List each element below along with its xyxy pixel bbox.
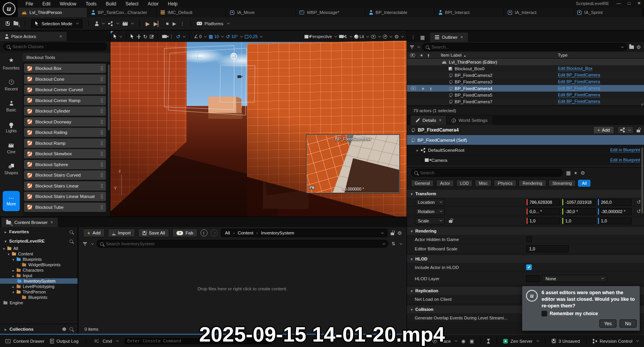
search-icon[interactable] (69, 230, 73, 234)
sort-icon[interactable] (391, 241, 395, 246)
tab-ia-sprint[interactable]: IA_Sprint (573, 8, 643, 17)
pin-icon[interactable] (430, 87, 431, 90)
lock-icon[interactable] (391, 232, 394, 235)
output-log-button[interactable]: Output Log (50, 339, 79, 344)
camera-speed-dropdown[interactable]: 1 (339, 34, 352, 39)
actor-hidden-checkbox[interactable] (526, 236, 532, 242)
show-flags-dropdown[interactable] (383, 35, 392, 39)
content-browser-icon[interactable] (14, 21, 19, 26)
outliner-search-input[interactable] (422, 43, 627, 51)
blueprints-dropdown[interactable] (108, 23, 119, 24)
no-button[interactable]: No (620, 319, 637, 328)
scale-snap-dropdown[interactable]: 0,25 (245, 34, 262, 39)
favorites-filter-icon[interactable] (574, 170, 577, 175)
revision-control-dropdown[interactable]: Revision Control (593, 339, 639, 344)
chip-rendering[interactable]: Rendering (519, 180, 546, 187)
close-icon[interactable]: ✕ (637, 1, 641, 6)
category-recent[interactable]: Recent (5, 78, 17, 99)
tab-bp-interactable[interactable]: BP_Interactable (365, 8, 435, 17)
list-item-blockout-corner-curved[interactable]: Blockout Corner Curved (24, 85, 106, 94)
place-actors-tab[interactable]: Place Actors (0, 32, 67, 41)
transform-section-header[interactable]: Transform (407, 190, 644, 198)
hlod-layer-dropdown[interactable]: None (542, 275, 607, 282)
drag-handle[interactable] (101, 87, 103, 92)
tab-bp-tank-character[interactable]: BP_TankCon...Character (87, 8, 157, 17)
scale-dropdown[interactable]: Scale (415, 217, 445, 224)
eject-button[interactable]: ▶ (173, 21, 176, 26)
outliner-settings-icon[interactable] (636, 45, 641, 50)
outliner-row[interactable]: BP_FixedCamera8 Edit BP_FixedCamera (407, 105, 644, 106)
play-button[interactable]: ▶ (145, 21, 150, 26)
trace-dropdown[interactable]: Trace (433, 339, 457, 344)
lit-dropdown[interactable]: Lit (354, 34, 369, 39)
console-command-input[interactable] (124, 337, 272, 345)
chevron-right-icon[interactable] (5, 327, 7, 331)
world-settings-tab[interactable]: World Settings (447, 116, 492, 125)
scale-z-field[interactable]: 1,0 (597, 217, 632, 224)
location-y-field[interactable]: -1057,031918 (562, 199, 596, 206)
close-icon[interactable] (50, 220, 53, 225)
viewport-settings-dropdown[interactable] (394, 34, 403, 39)
rotation-z-field[interactable]: -30,000002 ° (597, 208, 632, 215)
import-button[interactable]: Import (108, 229, 135, 237)
back-button[interactable] (201, 229, 208, 236)
fab-button[interactable]: fFab (172, 229, 197, 237)
tree-item-content[interactable]: Content (0, 251, 78, 257)
outliner-row[interactable]: BP_FixedCamera3 Edit BP_FixedCamera (407, 78, 644, 85)
category-basic[interactable]: Basic (6, 99, 16, 120)
hlod-layer-field[interactable] (526, 275, 540, 282)
outliner-row-selected[interactable]: BP_FixedCamera4 Edit BP_FixedCamera (407, 85, 644, 92)
tree-item-widgetblueprints[interactable]: WidgetBlueprints (0, 262, 78, 267)
rotation-x-field[interactable]: 0,0... ° (526, 208, 560, 215)
chevron-right-icon[interactable] (5, 229, 7, 234)
chip-misc[interactable]: Misc (475, 180, 492, 187)
chip-actor[interactable]: Actor (436, 180, 454, 187)
collections-section[interactable]: Collections (0, 324, 78, 334)
outliner-row[interactable]: Blockout_Box0 Edit Blockout_Box (407, 65, 644, 72)
scrollbar[interactable] (108, 64, 110, 130)
tree-item-thirdperson[interactable]: ThirdPerson (0, 289, 78, 295)
chip-physics[interactable]: Physics (494, 180, 516, 187)
menu-actor[interactable]: Actor (143, 1, 163, 7)
hlod-section-header[interactable]: HLOD (407, 255, 644, 263)
category-favorites[interactable]: Favorites (3, 57, 19, 78)
chevron-down-icon[interactable] (621, 45, 624, 48)
rotation-dropdown[interactable]: Rotation (415, 208, 445, 215)
tree-item-blueprints2[interactable]: Blueprints (0, 295, 78, 300)
list-item-blockout-box[interactable]: Blockout Box (24, 64, 106, 73)
edit-type-link[interactable]: Edit BP_FixedCamera (558, 73, 600, 78)
zen-server-dropdown[interactable]: Zen Server (503, 339, 539, 344)
component-row-self[interactable]: BP_FixedCamera4 (Self) (407, 135, 644, 145)
save-all-button[interactable]: Save All (138, 229, 170, 237)
content-browser-tab[interactable]: Content Browser (2, 218, 58, 227)
drag-handle[interactable] (101, 141, 103, 146)
component-row-camera[interactable]: Camera Edit in Blueprint (407, 155, 644, 165)
tab-wbp-message[interactable]: WBP_Message* (296, 8, 365, 17)
chevron-down-icon[interactable] (416, 148, 418, 153)
play-frame-button[interactable]: ▶▏ (154, 21, 162, 26)
scrollbar[interactable] (641, 147, 643, 213)
list-item-blockout-tube[interactable]: Blockout Tube (24, 203, 106, 212)
edit-type-link[interactable]: Edit BP_FixedCamera (558, 79, 600, 84)
viewport-options-icon[interactable] (411, 35, 415, 40)
add-component-button[interactable]: +Add (593, 126, 614, 134)
platforms-dropdown[interactable]: Platforms (197, 21, 229, 26)
surface-snap-icon[interactable] (162, 35, 167, 38)
location-x-field[interactable]: 786,628308 (526, 199, 560, 206)
tree-item-all[interactable]: All (0, 246, 78, 251)
rotate-tool-icon[interactable] (143, 34, 147, 39)
remember-choice-checkbox[interactable] (542, 311, 547, 316)
tab-level[interactable]: Lvl_ThirdPerson (18, 8, 87, 17)
outliner-row[interactable]: BP_FixedCamera5 Edit BP_FixedCamera (407, 92, 644, 98)
reset-location-icon[interactable] (637, 199, 641, 205)
minimize-icon[interactable]: — (616, 1, 621, 6)
play-options-icon[interactable] (180, 21, 185, 26)
menu-window[interactable]: Window (55, 1, 81, 7)
edit-in-blueprint-link[interactable]: Edit in Blueprint (610, 147, 640, 153)
move-tool-icon[interactable] (137, 35, 141, 39)
search-classes-input[interactable] (3, 43, 107, 50)
rotation-grid-dropdown[interactable] (176, 34, 185, 39)
view-modes-dropdown[interactable] (371, 35, 381, 38)
location-dropdown[interactable]: Location (415, 199, 445, 206)
outliner-row-level[interactable]: Lvl_ThirdPerson (Editor) (407, 59, 644, 65)
